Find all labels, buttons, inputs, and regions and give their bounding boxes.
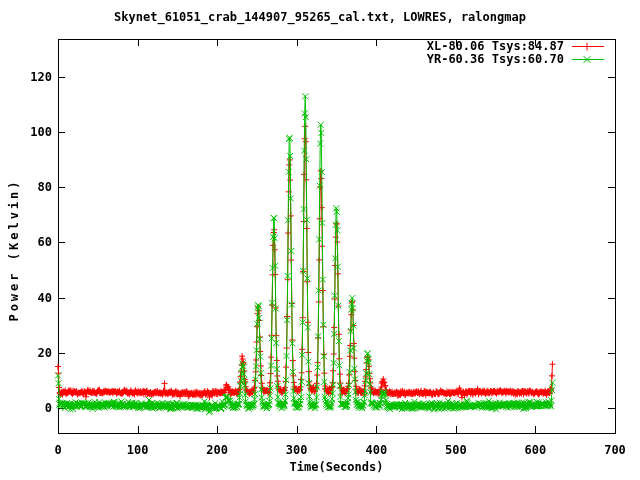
x-tick-label: 600 [507, 443, 563, 457]
y-tick-label: 100 [0, 125, 52, 139]
plot-canvas [0, 0, 640, 480]
y-tick-label: 60 [0, 235, 52, 249]
plus-marker-icon [583, 43, 591, 51]
y-tick-label: 120 [0, 70, 52, 84]
y-tick-label: 80 [0, 180, 52, 194]
x-tick-label: 300 [269, 443, 325, 457]
chart-figure: Skynet_61051_crab_144907_95265_cal.txt, … [0, 0, 640, 480]
y-tick-label: 0 [0, 401, 52, 415]
x-tick-label: 500 [428, 443, 484, 457]
x-tick-label: 0 [30, 443, 86, 457]
plot-title: Skynet_61051_crab_144907_95265_cal.txt, … [0, 10, 640, 24]
y-tick-label: 20 [0, 346, 52, 360]
x-tick-label: 400 [348, 443, 404, 457]
legend-sample-xl [572, 42, 604, 51]
legend-label-yr: YR-60.36 Tsys:60.70 [427, 53, 564, 66]
x-tick-label: 700 [587, 443, 640, 457]
legend-entry-yr: YR-60.36 Tsys:60.70 [427, 53, 604, 66]
x-axis-label: Time(Seconds) [58, 460, 615, 474]
x-tick-label: 100 [110, 443, 166, 457]
y-tick-label: 40 [0, 291, 52, 305]
x-tick-label: 200 [189, 443, 245, 457]
legend-sample-yr [572, 55, 604, 64]
